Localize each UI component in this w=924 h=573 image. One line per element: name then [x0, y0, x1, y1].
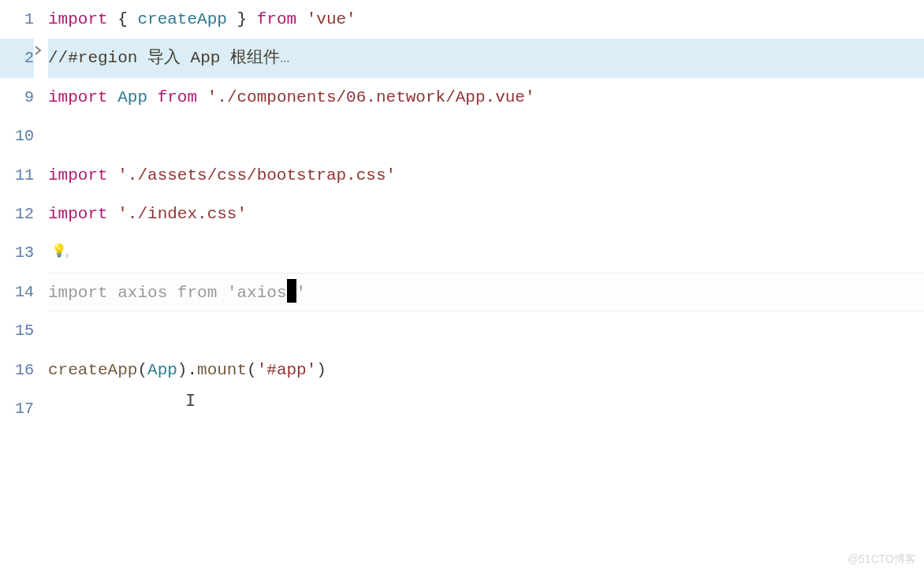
identifier: createApp: [137, 10, 226, 28]
keyword-from: from: [257, 10, 296, 28]
watermark-text: @51CTO博客: [848, 553, 916, 567]
empty-line: [48, 233, 924, 272]
line-number: 10: [0, 117, 34, 155]
string-literal: './index.css': [117, 205, 247, 223]
code-line: import App from './components/06.network…: [48, 78, 924, 117]
line-number: 9: [0, 78, 34, 117]
string-literal: ': [296, 284, 307, 302]
line-number: 14: [0, 273, 34, 311]
empty-line: [48, 117, 924, 155]
region-comment: //#region 导入 App 根组件: [48, 49, 280, 67]
string-literal: './assets/css/bootstrap.css': [117, 166, 396, 184]
line-number: 17: [0, 389, 34, 428]
text-cursor: [287, 279, 296, 303]
empty-line: [48, 311, 924, 350]
code-line: createApp(App).mount('#app'): [48, 351, 924, 389]
identifier: axios: [117, 284, 167, 302]
function-call: createApp: [48, 361, 137, 379]
identifier: App: [117, 88, 147, 106]
line-number: 1: [0, 0, 34, 39]
brace: {: [108, 10, 138, 28]
empty-line: [48, 389, 924, 428]
line-number: 13: [0, 233, 34, 272]
line-number: 11: [0, 156, 34, 195]
code-line: import './index.css': [48, 195, 924, 233]
string-literal: '#app': [257, 361, 317, 379]
code-line: import './assets/css/bootstrap.css': [48, 156, 924, 195]
line-number-gutter: 1 2 9 10 11 12 13 14 15 16 17: [0, 0, 45, 573]
line-number: 12: [0, 195, 34, 233]
fold-ellipsis-icon[interactable]: …: [280, 49, 290, 67]
current-code-line: import axios from 'axios': [48, 273, 924, 311]
string-literal: 'vue': [307, 10, 356, 28]
line-number: 16: [0, 351, 34, 389]
line-number: 2: [0, 39, 34, 77]
code-line: import { createApp } from 'vue': [48, 0, 924, 39]
fold-expand-icon[interactable]: [31, 43, 45, 58]
code-content[interactable]: import { createApp } from 'vue' //#regio…: [45, 0, 924, 573]
keyword-import: import: [48, 284, 108, 302]
brace: }: [227, 10, 257, 28]
lightbulb-icon[interactable]: 💡: [51, 243, 67, 259]
string-literal: 'axios: [227, 284, 287, 302]
line-number: 15: [0, 311, 34, 350]
keyword-import: import: [48, 10, 108, 28]
code-editor[interactable]: 1 2 9 10 11 12 13 14 15 16 17 import { c…: [0, 0, 924, 573]
keyword-import: import: [48, 166, 108, 184]
method-call: mount: [197, 361, 247, 379]
keyword-import: import: [48, 205, 108, 223]
keyword-from: from: [158, 88, 197, 106]
keyword-from: from: [177, 284, 217, 302]
identifier: App: [147, 361, 177, 379]
string-literal: './components/06.network/App.vue': [207, 88, 535, 106]
keyword-import: import: [48, 88, 108, 106]
folded-region-line: //#region 导入 App 根组件…: [48, 39, 924, 77]
